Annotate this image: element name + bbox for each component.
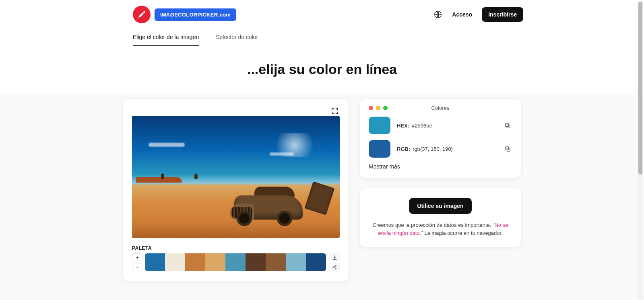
tab-pick-color[interactable]: Elige el color de la imagen: [133, 29, 199, 46]
signup-button[interactable]: Inscribirse: [482, 7, 523, 22]
palette-title: PALETA: [132, 245, 340, 251]
logo[interactable]: IMAGECOLORPICKER.com: [133, 6, 236, 23]
palette-swatch[interactable]: [306, 253, 326, 271]
palette-swatch[interactable]: [165, 253, 185, 271]
tabs: Elige el color de la imagen Selector de …: [0, 29, 644, 46]
scrollbar[interactable]: [638, 1, 643, 299]
rgb-color-chip[interactable]: [369, 140, 390, 158]
image-panel: PALETA + −: [123, 99, 349, 282]
show-more-link[interactable]: Mostrar más: [369, 163, 512, 170]
scrollbar-thumb[interactable]: [638, 2, 642, 175]
palette-add-button[interactable]: +: [132, 253, 142, 261]
window-controls: [369, 106, 388, 110]
header-actions: Acceso Inscribirse: [433, 7, 523, 22]
copy-hex-icon[interactable]: [503, 121, 512, 130]
palette-swatch[interactable]: [246, 253, 266, 271]
palette-swatch[interactable]: [205, 253, 225, 271]
palette-swatch[interactable]: [185, 253, 205, 271]
brand-name: IMAGECOLORPICKER.com: [155, 8, 236, 21]
copy-rgb-icon[interactable]: [503, 144, 512, 153]
palette-section: PALETA + −: [132, 245, 340, 271]
colors-panel: Colores HEX:#2596be RGB:rgb(37, 150, 190…: [360, 99, 521, 178]
login-link[interactable]: Acceso: [452, 11, 472, 18]
hex-color-chip[interactable]: [369, 117, 390, 134]
tab-color-selector[interactable]: Selector de color: [216, 29, 258, 46]
use-image-button[interactable]: Utilice su imagen: [409, 198, 471, 214]
palette-swatches: [145, 253, 326, 271]
hex-label: HEX:#2596be: [397, 123, 432, 129]
colors-card-title: Colores: [431, 105, 450, 111]
share-icon[interactable]: [329, 263, 340, 271]
sample-image[interactable]: [132, 116, 340, 238]
palette-swatch[interactable]: [145, 253, 165, 271]
eyedropper-icon: [133, 6, 151, 23]
privacy-text: Creemos que la protección de datos es im…: [370, 221, 510, 237]
download-icon[interactable]: [329, 253, 340, 261]
minimize-dot-icon: [376, 106, 380, 110]
palette-swatch[interactable]: [266, 253, 286, 271]
content-area: PALETA + −: [0, 95, 644, 300]
page-title: ...elija su color en línea: [0, 46, 644, 95]
rgb-label: RGB:rgb(37, 150, 190): [397, 146, 453, 152]
palette-swatch[interactable]: [286, 253, 306, 271]
upload-panel: Utilice su imagen Creemos que la protecc…: [360, 188, 521, 247]
palette-remove-button[interactable]: −: [132, 263, 142, 271]
palette-swatch[interactable]: [225, 253, 246, 271]
maximize-dot-icon: [383, 106, 388, 110]
header: IMAGECOLORPICKER.com Acceso Inscribirse: [0, 0, 644, 29]
hex-row: HEX:#2596be: [369, 117, 512, 134]
rgb-row: RGB:rgb(37, 150, 190): [369, 140, 512, 158]
language-icon[interactable]: [433, 10, 442, 19]
expand-icon[interactable]: [330, 106, 340, 116]
close-dot-icon: [369, 106, 373, 110]
